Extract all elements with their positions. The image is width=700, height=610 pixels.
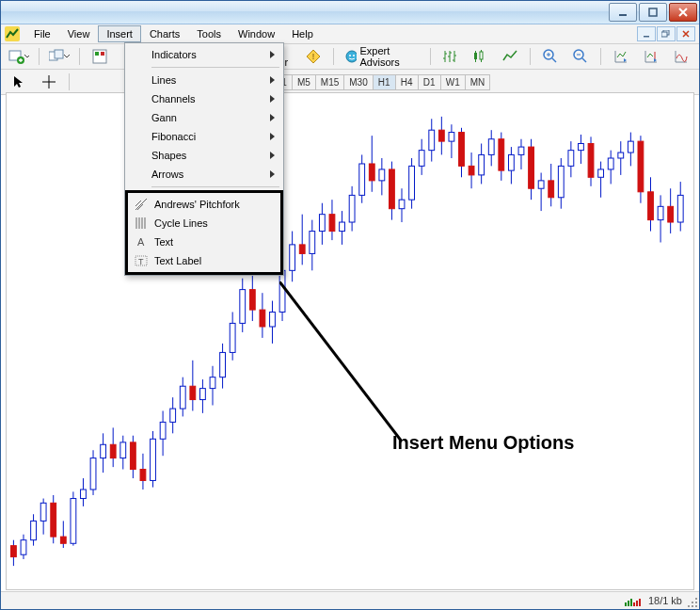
mdi-minimize-button[interactable] — [637, 26, 656, 41]
cycle-lines-icon — [134, 216, 149, 231]
chevron-down-icon — [24, 54, 30, 59]
cursor-icon — [12, 75, 25, 88]
timeframe-m30[interactable]: M30 — [344, 75, 373, 89]
timeframe-w1[interactable]: W1 — [441, 75, 466, 89]
crosshair-button[interactable] — [35, 72, 63, 92]
mdi-restore-button[interactable] — [657, 26, 676, 41]
svg-rect-117 — [479, 154, 485, 174]
insert-menu-andrews-pitchfork[interactable]: Andrews' Pitchfork — [130, 195, 278, 214]
svg-rect-137 — [579, 144, 584, 151]
insert-menu-text[interactable]: AText — [130, 233, 278, 251]
menu-file[interactable]: File — [25, 25, 59, 42]
mdi-close-button[interactable] — [676, 26, 695, 41]
timeframe-mn[interactable]: MN — [466, 75, 490, 89]
insert-menu-fibonacci[interactable]: Fibonacci — [127, 127, 281, 146]
svg-rect-111 — [449, 133, 454, 142]
expert-advisors-button[interactable]: Expert Advisors — [340, 46, 424, 67]
insert-menu-dropdown: IndicatorsLinesChannelsGannFibonacciShap… — [124, 42, 284, 276]
bar-chart-button[interactable] — [436, 46, 464, 67]
menu-tools[interactable]: Tools — [188, 25, 230, 42]
profiles-button[interactable] — [45, 46, 73, 67]
svg-text:!: ! — [312, 52, 315, 61]
insert-menu-text-label[interactable]: TText Label — [130, 251, 278, 270]
svg-rect-49 — [140, 470, 146, 481]
timeframe-m5[interactable]: M5 — [293, 75, 316, 89]
maximize-button[interactable] — [639, 3, 667, 22]
svg-rect-69 — [240, 290, 246, 324]
menu-item-label: Andrews' Pitchfork — [154, 199, 240, 210]
chevron-right-icon — [270, 170, 276, 178]
svg-rect-157 — [677, 195, 683, 222]
status-kb: 18/1 kb — [648, 595, 682, 606]
minimize-icon — [618, 8, 628, 17]
minimize-icon — [643, 30, 650, 38]
meta-editor-button[interactable]: ! — [299, 46, 327, 67]
new-chart-button[interactable] — [5, 46, 33, 67]
resize-grip[interactable] — [686, 596, 697, 607]
svg-text:A: A — [137, 236, 145, 248]
svg-rect-3 — [644, 36, 649, 38]
svg-rect-67 — [230, 323, 235, 352]
svg-rect-121 — [499, 139, 504, 170]
minimize-button[interactable] — [609, 3, 637, 22]
market-watch-button[interactable] — [86, 46, 114, 67]
menu-window[interactable]: Window — [230, 25, 283, 42]
text-label-icon: T — [134, 253, 149, 268]
menu-view[interactable]: View — [59, 25, 99, 42]
svg-rect-93 — [359, 164, 365, 195]
menu-help[interactable]: Help — [283, 25, 322, 42]
insert-menu-arrows[interactable]: Arrows — [127, 165, 281, 184]
menu-insert[interactable]: Insert — [98, 25, 141, 42]
zoom-in-button[interactable] — [536, 46, 565, 67]
insert-menu-lines[interactable]: Lines — [127, 71, 281, 89]
chart-area[interactable]: Insert Menu Options — [6, 92, 694, 590]
menubar: FileViewInsertChartsToolsWindowHelp — [1, 24, 699, 44]
svg-rect-25 — [21, 540, 26, 555]
svg-point-17 — [353, 55, 355, 56]
svg-rect-71 — [249, 290, 255, 310]
app-window: FileViewInsertChartsToolsWindowHelp w Or… — [0, 0, 700, 610]
insert-menu-shapes[interactable]: Shapes — [127, 146, 281, 165]
svg-rect-55 — [170, 409, 176, 422]
svg-rect-129 — [538, 181, 544, 188]
timeframe-d1[interactable]: D1 — [419, 75, 441, 89]
timeframe-selector: M1M5M15M30H1H4D1W1MN — [268, 74, 490, 90]
insert-menu-gann[interactable]: Gann — [127, 108, 281, 127]
insert-menu-indicators[interactable]: Indicators — [127, 45, 281, 64]
zoom-out-button[interactable] — [566, 46, 595, 67]
svg-rect-95 — [369, 164, 374, 181]
svg-rect-47 — [130, 442, 135, 470]
menu-charts[interactable]: Charts — [141, 25, 188, 42]
candle-chart-button[interactable] — [466, 46, 494, 67]
svg-rect-85 — [319, 215, 325, 232]
app-icon — [5, 26, 20, 41]
close-button[interactable] — [669, 3, 697, 22]
expert-advisors-icon — [344, 49, 357, 64]
svg-rect-119 — [488, 139, 494, 155]
indicators-button[interactable] — [667, 46, 695, 67]
chart-shift-button[interactable] — [637, 46, 665, 67]
line-chart-button[interactable] — [496, 46, 524, 67]
timeframe-h1[interactable]: H1 — [374, 75, 396, 89]
svg-point-15 — [346, 51, 357, 62]
svg-rect-61 — [200, 389, 206, 400]
crosshair-icon — [42, 75, 56, 88]
toolbar-objects: M1M5M15M30H1H4D1W1MN — [1, 70, 699, 95]
chevron-down-icon — [64, 54, 70, 59]
svg-rect-87 — [329, 215, 335, 232]
svg-rect-115 — [469, 166, 474, 175]
statusbar: 18/1 kb — [1, 591, 699, 609]
svg-rect-107 — [429, 130, 435, 150]
timeframe-m15[interactable]: M15 — [316, 75, 344, 89]
timeframe-h4[interactable]: H4 — [396, 75, 419, 89]
svg-rect-139 — [588, 144, 594, 178]
insert-menu-cycle-lines[interactable]: Cycle Lines — [130, 214, 278, 233]
menu-item-label: Cycle Lines — [154, 217, 208, 229]
svg-rect-125 — [518, 147, 524, 154]
chevron-right-icon — [270, 152, 276, 159]
insert-menu-channels[interactable]: Channels — [127, 89, 281, 108]
menu-item-label: Text Label — [154, 255, 201, 266]
menu-item-label: Gann — [151, 112, 177, 123]
cursor-button[interactable] — [5, 72, 33, 92]
auto-scroll-button[interactable] — [607, 46, 635, 67]
